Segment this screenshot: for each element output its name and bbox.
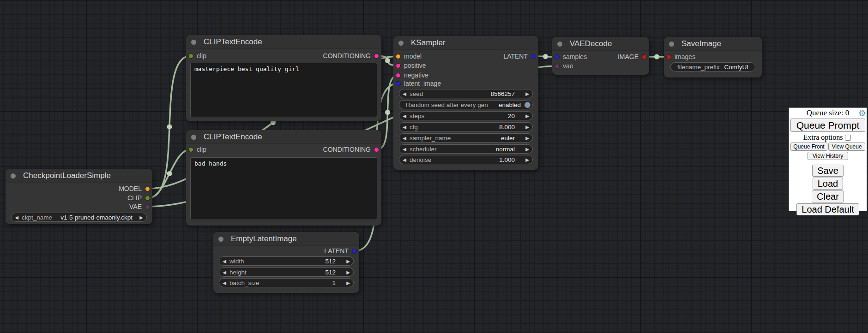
node-title-bar[interactable]: KSampler <box>393 36 538 50</box>
load-default-button[interactable]: Load Default <box>796 203 859 215</box>
node-title-bar[interactable]: CLIPTextEncode <box>186 130 381 144</box>
collapse-dot-icon[interactable] <box>669 42 674 47</box>
widget-height[interactable]: ◀ height 512 ▶ <box>219 268 354 277</box>
queue-size-row: Queue size: 0 ⚙ <box>789 108 867 118</box>
save-button[interactable]: Save <box>812 165 844 177</box>
increment-arrow-icon[interactable]: ▶ <box>522 91 532 96</box>
node-ksampler[interactable]: KSampler model LATENT positive negative … <box>393 36 538 170</box>
increment-arrow-icon[interactable]: ▶ <box>343 270 353 275</box>
queue-front-button[interactable]: Queue Front <box>790 143 827 151</box>
increment-arrow-icon[interactable]: ▶ <box>343 280 353 285</box>
increment-arrow-icon[interactable]: ▶ <box>522 113 532 119</box>
negative-prompt-textarea[interactable]: bad hands <box>190 157 377 220</box>
collapse-dot-icon[interactable] <box>218 237 223 242</box>
collapse-dot-icon[interactable] <box>398 41 404 46</box>
collapse-dot-icon[interactable] <box>557 42 562 47</box>
input-label: clip <box>197 146 206 153</box>
collapse-dot-icon[interactable] <box>11 173 16 178</box>
decrement-arrow-icon[interactable]: ◀ <box>399 91 410 96</box>
widget-steps[interactable]: ◀ steps 20 ▶ <box>399 111 533 120</box>
model-output-port[interactable] <box>145 186 150 191</box>
load-button[interactable]: Load <box>813 178 844 190</box>
increment-arrow-icon[interactable]: ▶ <box>522 147 532 152</box>
increment-arrow-icon[interactable]: ▶ <box>343 259 353 264</box>
conditioning-output-port[interactable] <box>374 147 379 152</box>
output-slot-conditioning: CONDITIONING <box>323 52 379 60</box>
node-title-bar[interactable]: EmptyLatentImage <box>213 232 359 246</box>
input-label: negative <box>404 71 428 79</box>
widget-seed[interactable]: ◀ seed 8566257 ▶ <box>399 89 533 98</box>
view-history-button[interactable]: View History <box>808 152 848 160</box>
latent-input-port[interactable] <box>396 81 401 86</box>
widget-width[interactable]: ◀ width 512 ▶ <box>219 256 354 266</box>
image-output-port[interactable] <box>642 54 647 59</box>
gear-icon[interactable]: ⚙ <box>858 108 866 118</box>
image-input-port[interactable] <box>666 54 671 59</box>
node-clip-text-encode-negative[interactable]: CLIPTextEncode clip CONDITIONING bad han… <box>186 130 381 226</box>
decrement-arrow-icon[interactable]: ◀ <box>399 157 410 162</box>
clip-output-port[interactable] <box>145 196 150 201</box>
vae-output-port[interactable] <box>145 204 150 209</box>
decrement-arrow-icon[interactable]: ◀ <box>219 280 229 285</box>
node-empty-latent-image[interactable]: EmptyLatentImage LATENT ◀ width 512 ▶ ◀ … <box>213 232 359 293</box>
node-checkpoint-loader-simple[interactable]: CheckpointLoaderSimple MODEL CLIP VAE ◀ … <box>6 169 152 224</box>
increment-arrow-icon[interactable]: ▶ <box>522 136 532 141</box>
increment-arrow-icon[interactable]: ▶ <box>136 215 146 220</box>
increment-arrow-icon[interactable]: ▶ <box>522 125 532 130</box>
decrement-arrow-icon[interactable]: ◀ <box>399 113 410 119</box>
model-input-port[interactable] <box>396 54 401 59</box>
widget-random-seed-toggle[interactable]: Random seed after every gen enabled <box>399 100 533 109</box>
increment-arrow-icon[interactable]: ▶ <box>522 157 532 162</box>
node-clip-text-encode-positive[interactable]: CLIPTextEncode clip CONDITIONING masterp… <box>186 35 381 121</box>
clip-input-port[interactable] <box>188 54 193 59</box>
widget-label: denoise <box>410 156 499 163</box>
decrement-arrow-icon[interactable]: ◀ <box>399 136 410 141</box>
extra-options-checkbox[interactable] <box>845 135 851 141</box>
widget-cfg[interactable]: ◀ cfg 8.000 ▶ <box>399 122 533 131</box>
conditioning-input-port[interactable] <box>396 73 401 78</box>
decrement-arrow-icon[interactable]: ◀ <box>12 215 22 220</box>
collapse-dot-icon[interactable] <box>191 40 196 45</box>
output-label: VAE <box>129 203 142 210</box>
node-title: EmptyLatentImage <box>231 234 297 243</box>
node-title-bar[interactable]: CLIPTextEncode <box>186 35 381 49</box>
node-title-bar[interactable]: SaveImage <box>664 37 762 51</box>
node-vae-decode[interactable]: VAEDecode samples IMAGE vae <box>552 37 649 75</box>
decrement-arrow-icon[interactable]: ◀ <box>399 147 410 152</box>
clip-input-port[interactable] <box>188 147 193 152</box>
widget-label: seed <box>410 90 490 97</box>
node-save-image[interactable]: SaveImage images filename_prefix ComfyUI <box>664 37 762 77</box>
collapse-dot-icon[interactable] <box>191 135 196 140</box>
input-label: images <box>675 53 695 60</box>
widget-sampler-name[interactable]: ◀ sampler_name euler ▶ <box>399 133 533 143</box>
widget-batch-size[interactable]: ◀ batch_size 1 ▶ <box>219 278 354 287</box>
view-queue-button[interactable]: View Queue <box>828 143 865 151</box>
node-title: CheckpointLoaderSimple <box>23 171 111 180</box>
vae-input-port[interactable] <box>555 64 560 69</box>
comfyui-canvas[interactable]: { "canvas": { "wire_color": "#a3ba9c", "… <box>0 0 868 333</box>
conditioning-output-port[interactable] <box>374 54 379 59</box>
output-slot-image: IMAGE <box>618 53 647 61</box>
input-slot-clip: clip <box>188 52 206 60</box>
toggle-dot-icon[interactable] <box>524 102 530 108</box>
widget-filename-prefix[interactable]: filename_prefix ComfyUI <box>670 62 755 71</box>
latent-output-port[interactable] <box>531 54 536 59</box>
clear-button[interactable]: Clear <box>812 190 844 202</box>
node-title-bar[interactable]: CheckpointLoaderSimple <box>6 169 152 183</box>
latent-input-port[interactable] <box>555 54 560 59</box>
input-slot-clip: clip <box>188 145 206 154</box>
input-label: latent_image <box>404 80 441 87</box>
latent-output-port[interactable] <box>352 249 357 254</box>
node-title-bar[interactable]: VAEDecode <box>552 37 649 51</box>
prompt-textarea[interactable]: masterpiece best quality girl <box>190 63 377 117</box>
conditioning-input-port[interactable] <box>396 63 401 68</box>
queue-prompt-button[interactable]: Queue Prompt <box>790 119 865 132</box>
decrement-arrow-icon[interactable]: ◀ <box>399 125 410 130</box>
input-label: positive <box>404 62 426 69</box>
decrement-arrow-icon[interactable]: ◀ <box>219 259 229 264</box>
widget-denoise[interactable]: ◀ denoise 1.000 ▶ <box>399 155 533 164</box>
widget-ckpt-name[interactable]: ◀ ckpt_name v1-5-pruned-emaonly.ckpt ▶ <box>11 213 147 222</box>
widget-scheduler[interactable]: ◀ scheduler normal ▶ <box>399 144 533 154</box>
decrement-arrow-icon[interactable]: ◀ <box>219 270 229 275</box>
widget-value: ComfyUI <box>724 64 748 71</box>
